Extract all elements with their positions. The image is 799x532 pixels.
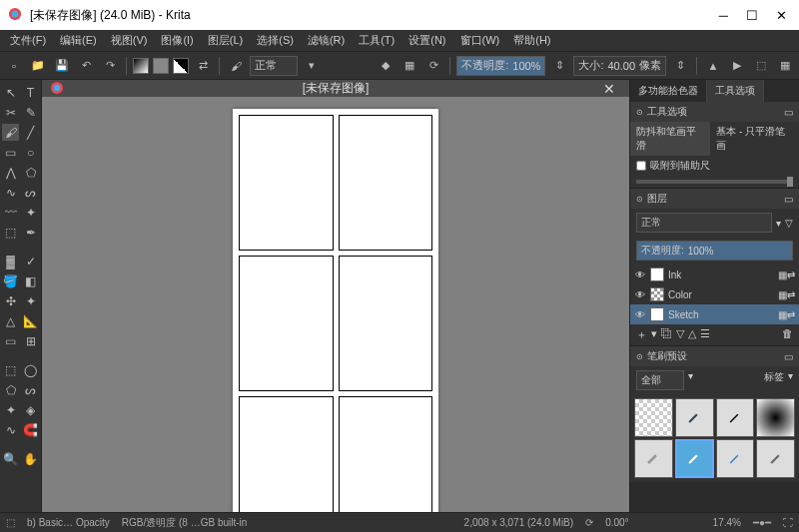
tab-tool-options[interactable]: 工具选项 bbox=[707, 80, 764, 102]
freehand-tool-icon[interactable]: ✎ bbox=[22, 104, 39, 121]
select-ellipse-icon[interactable]: ◯ bbox=[22, 361, 39, 378]
wrap-icon[interactable]: ⬚ bbox=[751, 56, 771, 76]
gradient-tool-icon[interactable]: ◧ bbox=[22, 272, 39, 289]
menu-filter[interactable]: 滤镜(R) bbox=[302, 31, 351, 50]
menu-view[interactable]: 视图(V) bbox=[105, 31, 154, 50]
dropdown-icon[interactable]: ▾ bbox=[651, 327, 657, 342]
minimize-button[interactable]: ─ bbox=[719, 8, 728, 23]
measure-tool-icon[interactable]: 📐 bbox=[22, 312, 39, 329]
menu-edit[interactable]: 编辑(E) bbox=[54, 31, 103, 50]
menu-help[interactable]: 帮助(H) bbox=[507, 31, 556, 50]
filter-icon[interactable]: ▽ bbox=[785, 218, 793, 229]
stepper-icon[interactable]: ⇕ bbox=[670, 56, 690, 76]
add-layer-icon[interactable]: ＋ bbox=[636, 327, 647, 342]
layer-row[interactable]: 👁 Color ▦⇄ bbox=[630, 284, 799, 304]
gradient-swatch[interactable] bbox=[133, 58, 149, 74]
stepper-icon[interactable]: ⇕ bbox=[549, 56, 569, 76]
new-file-icon[interactable]: ▫ bbox=[4, 56, 24, 76]
visibility-icon[interactable]: 👁 bbox=[634, 269, 646, 280]
layers-header[interactable]: ⊙ 图层 ▭ bbox=[630, 189, 799, 209]
visibility-icon[interactable]: 👁 bbox=[634, 309, 646, 320]
fill-tool-icon[interactable]: 🪣 bbox=[2, 272, 19, 289]
zoom-slider[interactable]: ━●━ bbox=[753, 517, 771, 528]
layer-props-icon[interactable]: ▦⇄ bbox=[778, 269, 795, 280]
brush-filter-select[interactable]: 全部 bbox=[636, 370, 684, 390]
tool-slider[interactable] bbox=[636, 180, 793, 184]
polygon-tool-icon[interactable]: ⬠ bbox=[22, 164, 39, 181]
menu-image[interactable]: 图像(I) bbox=[155, 31, 199, 50]
layer-row[interactable]: 👁 Sketch ▦⇄ bbox=[630, 304, 799, 324]
opacity-slider[interactable]: 不透明度:100% bbox=[456, 56, 545, 76]
properties-icon[interactable]: ☰ bbox=[700, 327, 710, 342]
redo-icon[interactable]: ↷ bbox=[100, 56, 120, 76]
mirror-v-icon[interactable]: ▶ bbox=[727, 56, 747, 76]
menu-window[interactable]: 窗口(W) bbox=[454, 31, 506, 50]
pan-tool-icon[interactable]: ✋ bbox=[22, 450, 39, 467]
fullscreen-icon[interactable]: ⛶ bbox=[783, 517, 793, 528]
layer-props-icon[interactable]: ▦⇄ bbox=[778, 309, 795, 320]
menu-select[interactable]: 选择(S) bbox=[251, 31, 300, 50]
multi-brush-icon[interactable]: ✦ bbox=[22, 204, 39, 221]
menu-layer[interactable]: 图层(L) bbox=[202, 31, 249, 50]
layer-row[interactable]: 👁 Ink ▦⇄ bbox=[630, 265, 799, 284]
brushes-header[interactable]: ⊙ 笔刷预设 ▭ bbox=[630, 346, 799, 366]
select-bezier-icon[interactable]: ∿ bbox=[2, 421, 19, 438]
rect-tool-icon[interactable]: ▭ bbox=[2, 144, 19, 161]
select-free-icon[interactable]: ᔕ bbox=[22, 381, 39, 398]
brush-preset[interactable] bbox=[716, 398, 755, 437]
brush-preset[interactable] bbox=[716, 439, 755, 478]
float-icon[interactable]: ▭ bbox=[784, 194, 793, 205]
close-button[interactable]: ✕ bbox=[776, 8, 787, 23]
save-file-icon[interactable]: 💾 bbox=[52, 56, 72, 76]
select-rect-icon[interactable]: ⬚ bbox=[2, 361, 19, 378]
alpha-lock-icon[interactable]: ▦ bbox=[400, 56, 419, 76]
dyna-tool-icon[interactable]: 〰 bbox=[2, 204, 19, 221]
undo-icon[interactable]: ↶ bbox=[76, 56, 96, 76]
select-magnet-icon[interactable]: 🧲 bbox=[22, 421, 39, 438]
brush-preset[interactable] bbox=[634, 439, 673, 478]
freehand-path-icon[interactable]: ᔕ bbox=[22, 184, 39, 201]
blend-mode-select[interactable]: 正常 bbox=[250, 56, 298, 76]
rotation-icon[interactable]: ⟳ bbox=[585, 517, 593, 528]
open-file-icon[interactable]: 📁 bbox=[28, 56, 48, 76]
text-tool-icon[interactable]: ⊞ bbox=[22, 332, 39, 349]
status-select-icon[interactable]: ⬚ bbox=[6, 517, 15, 528]
tags-label[interactable]: 标签 bbox=[764, 370, 784, 390]
brush-tool-icon[interactable]: 🖌 bbox=[2, 124, 19, 141]
tab-color-picker[interactable]: 多功能拾色器 bbox=[630, 80, 707, 102]
dropdown-icon[interactable]: ▾ bbox=[788, 370, 793, 390]
pattern-swatch[interactable] bbox=[153, 58, 169, 74]
brush-preset[interactable] bbox=[675, 398, 714, 437]
menu-settings[interactable]: 设置(N) bbox=[402, 31, 451, 50]
zoom-tool-icon[interactable]: 🔍 bbox=[2, 450, 19, 467]
smart-patch-icon[interactable]: ✓ bbox=[22, 253, 39, 269]
select-poly-icon[interactable]: ⬠ bbox=[2, 381, 19, 398]
subtab-stabilizer[interactable]: 防抖和笔画平滑 bbox=[630, 122, 710, 156]
swap-colors-icon[interactable]: ⇄ bbox=[193, 56, 213, 76]
select-contig-icon[interactable]: ✦ bbox=[2, 401, 19, 418]
workspace-icon[interactable]: ▦ bbox=[775, 56, 795, 76]
color-picker-icon[interactable]: ✣ bbox=[2, 292, 19, 309]
line-tool-icon[interactable]: ╱ bbox=[22, 124, 39, 141]
transform-tool-icon[interactable]: T bbox=[22, 84, 39, 101]
snap-checkbox[interactable] bbox=[636, 161, 646, 171]
brush-preset[interactable] bbox=[675, 439, 714, 478]
dropdown-icon[interactable]: ▾ bbox=[302, 56, 322, 76]
tool-options-header[interactable]: ⊙ 工具选项 ▭ bbox=[630, 102, 799, 122]
bezier-tool-icon[interactable]: ∿ bbox=[2, 184, 19, 201]
crop-tool-icon[interactable]: ✂ bbox=[2, 104, 19, 121]
brush-preset[interactable] bbox=[756, 398, 795, 437]
brush-preset[interactable] bbox=[634, 398, 673, 437]
canvas-area[interactable] bbox=[42, 97, 629, 512]
eraser-icon[interactable]: ◆ bbox=[376, 56, 396, 76]
layer-opacity-slider[interactable]: 不透明度:100% bbox=[636, 241, 793, 261]
subtab-basic[interactable]: 基本 - 只平滑笔画 bbox=[710, 122, 799, 156]
color-swatch[interactable] bbox=[173, 58, 189, 74]
float-icon[interactable]: ▭ bbox=[784, 107, 793, 118]
float-icon[interactable]: ▭ bbox=[784, 351, 793, 362]
liquify-tool-icon[interactable]: ▓ bbox=[2, 253, 19, 269]
calligraphy-icon[interactable]: ✒ bbox=[22, 224, 39, 241]
reload-icon[interactable]: ⟳ bbox=[423, 56, 443, 76]
mirror-h-icon[interactable]: ▲ bbox=[703, 56, 723, 76]
ellipse-tool-icon[interactable]: ○ bbox=[22, 144, 39, 161]
